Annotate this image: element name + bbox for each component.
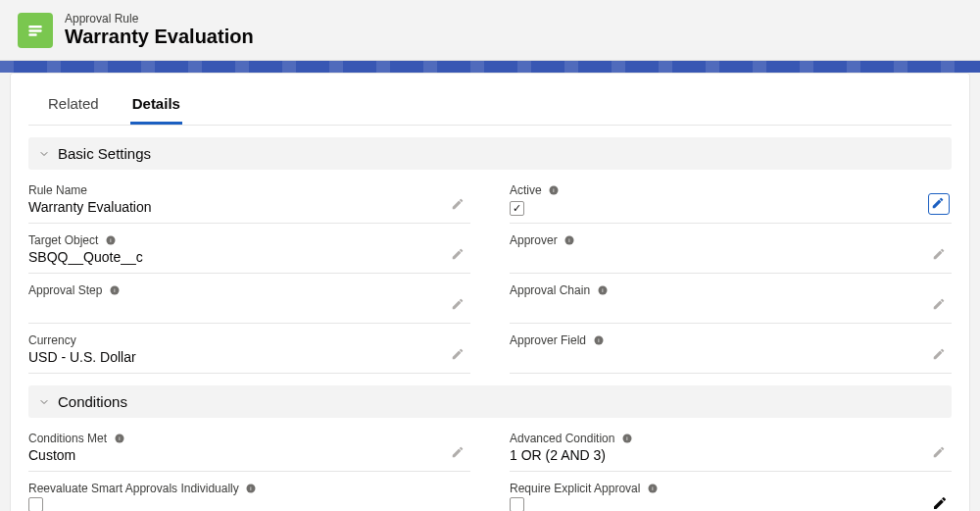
field-value: [28, 497, 470, 511]
field-label-text: Conditions Met: [28, 432, 107, 445]
field-label-text: Require Explicit Approval: [510, 482, 640, 495]
field-currency: Currency USD - U.S. Dollar: [28, 328, 470, 374]
pencil-icon[interactable]: [932, 445, 950, 463]
chevron-down-icon: [38, 148, 50, 160]
object-label: Approval Rule: [65, 12, 254, 26]
info-icon[interactable]: i: [245, 483, 258, 495]
field-label-text: Target Object: [28, 233, 98, 247]
field-label-text: Active: [510, 183, 542, 197]
field-value: [510, 497, 952, 511]
pencil-icon[interactable]: [451, 445, 468, 463]
tab-bar: Related Details: [28, 83, 952, 126]
info-icon[interactable]: i: [548, 184, 561, 197]
info-icon[interactable]: i: [592, 334, 605, 347]
record-name: Warranty Evaluation: [65, 26, 254, 48]
svg-text:i: i: [626, 435, 627, 441]
pencil-icon[interactable]: [451, 297, 468, 315]
field-active: Active i: [510, 178, 952, 224]
section-basic-settings[interactable]: Basic Settings: [28, 137, 952, 170]
info-icon[interactable]: i: [113, 433, 125, 445]
field-value: [510, 249, 952, 269]
field-advanced-condition: Advanced Condition i 1 OR (2 AND 3): [510, 426, 952, 472]
field-label-text: Currency: [28, 333, 76, 347]
field-label-text: Approval Step: [28, 283, 102, 297]
section-conditions[interactable]: Conditions: [28, 385, 952, 418]
field-conditions-met: Conditions Met i Custom: [28, 426, 470, 472]
field-require-explicit: Require Explicit Approval i: [510, 476, 952, 511]
tab-details[interactable]: Details: [130, 83, 182, 125]
field-reevaluate: Reevaluate Smart Approvals Individually …: [28, 476, 470, 511]
page-header: Approval Rule Warranty Evaluation: [0, 0, 980, 61]
svg-text:i: i: [251, 485, 252, 491]
pencil-icon[interactable]: [451, 247, 468, 265]
svg-rect-2: [28, 33, 36, 36]
field-rule-name: Rule Name Warranty Evaluation: [28, 178, 470, 224]
pencil-icon[interactable]: [932, 247, 950, 265]
field-label-text: Approver: [510, 233, 558, 247]
svg-rect-1: [28, 29, 41, 32]
field-value: [510, 349, 952, 369]
svg-text:i: i: [554, 187, 555, 193]
field-label-text: Rule Name: [28, 183, 87, 197]
tab-related[interactable]: Related: [46, 83, 101, 125]
svg-text:i: i: [598, 337, 599, 343]
info-icon[interactable]: i: [620, 433, 633, 445]
pencil-icon[interactable]: [932, 297, 950, 315]
pencil-icon[interactable]: [932, 495, 950, 511]
field-approval-step: Approval Step i: [28, 278, 470, 324]
pencil-icon[interactable]: [451, 347, 468, 365]
field-value: USD - U.S. Dollar: [28, 349, 470, 369]
info-icon[interactable]: i: [596, 284, 609, 297]
field-value: [510, 299, 952, 319]
svg-text:i: i: [652, 485, 653, 491]
active-checkbox[interactable]: [510, 201, 524, 216]
conditions-fields: Conditions Met i Custom Advanced Conditi…: [11, 426, 969, 511]
field-target-object: Target Object i SBQQ__Quote__c: [28, 228, 470, 274]
section-title: Basic Settings: [58, 145, 151, 162]
field-label-text: Approval Chain: [510, 283, 590, 297]
info-icon[interactable]: i: [108, 284, 121, 297]
pencil-icon[interactable]: [928, 193, 950, 215]
details-card: Related Details Basic Settings Rule Name…: [10, 73, 970, 511]
svg-text:i: i: [114, 287, 115, 293]
field-label-text: Reevaluate Smart Approvals Individually: [28, 482, 239, 495]
field-approver: Approver i: [510, 228, 952, 274]
field-value: 1 OR (2 AND 3): [510, 447, 952, 467]
pencil-icon[interactable]: [932, 347, 950, 365]
basic-settings-fields: Rule Name Warranty Evaluation Active i T…: [11, 178, 969, 374]
pencil-icon[interactable]: [451, 197, 468, 215]
field-value: Custom: [28, 447, 470, 467]
field-label-text: Approver Field: [510, 333, 586, 347]
svg-rect-0: [28, 26, 41, 28]
chevron-down-icon: [38, 396, 50, 408]
info-icon[interactable]: i: [104, 234, 117, 247]
reevaluate-checkbox[interactable]: [28, 497, 43, 511]
svg-text:i: i: [602, 287, 603, 293]
section-title: Conditions: [58, 393, 127, 410]
field-value: Warranty Evaluation: [28, 199, 470, 219]
svg-text:i: i: [569, 237, 570, 243]
decorative-stripe: [0, 61, 980, 73]
field-value: [28, 299, 470, 319]
field-label-text: Advanced Condition: [510, 432, 614, 445]
field-value: SBQQ__Quote__c: [28, 249, 470, 269]
approval-rule-icon: [18, 13, 53, 48]
info-icon[interactable]: i: [564, 234, 576, 247]
svg-text:i: i: [110, 237, 111, 243]
svg-text:i: i: [119, 435, 120, 441]
require-explicit-checkbox[interactable]: [510, 497, 524, 511]
info-icon[interactable]: i: [646, 483, 659, 495]
field-approval-chain: Approval Chain i: [510, 278, 952, 324]
field-approver-field: Approver Field i: [510, 328, 952, 374]
field-value: [510, 199, 952, 219]
